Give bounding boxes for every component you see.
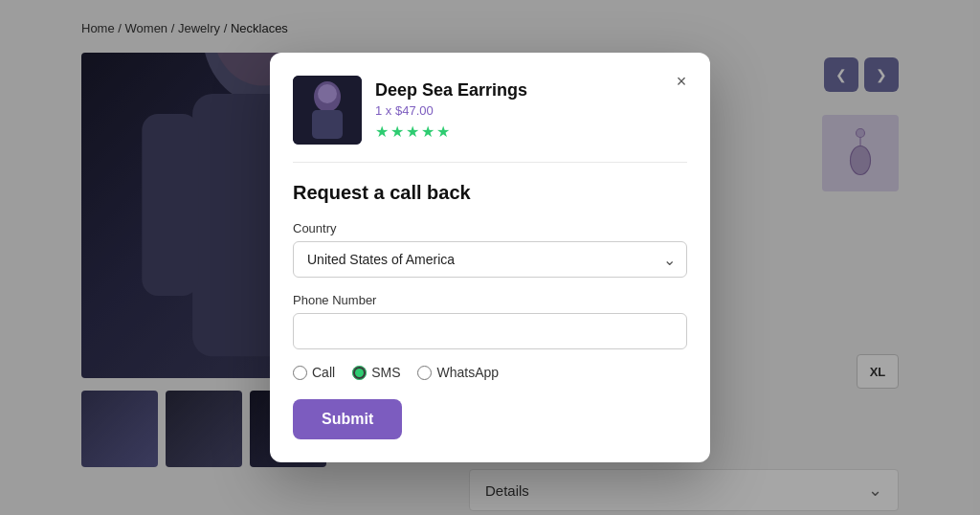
product-rating: ★ ★ ★ ★ ★ bbox=[375, 123, 527, 141]
radio-sms-input[interactable] bbox=[352, 366, 367, 380]
radio-whatsapp-input[interactable] bbox=[417, 366, 432, 380]
country-select-wrapper: United States of America United Kingdom … bbox=[293, 241, 687, 278]
radio-sms[interactable]: SMS bbox=[352, 365, 400, 380]
modal-divider bbox=[293, 162, 687, 163]
star-2: ★ bbox=[390, 123, 404, 141]
modal-product-image bbox=[293, 76, 362, 145]
close-icon: × bbox=[677, 72, 687, 92]
modal-title: Request a call back bbox=[293, 182, 687, 204]
modal-product-info: Deep Sea Earrings 1 x $47.00 ★ ★ ★ ★ ★ bbox=[293, 76, 687, 145]
modal-close-button[interactable]: × bbox=[668, 68, 695, 95]
country-label: Country bbox=[293, 221, 687, 235]
star-3: ★ bbox=[406, 123, 419, 141]
star-5: ★ bbox=[436, 123, 450, 141]
modal-overlay: × Deep Sea Earrings 1 x $47.00 ★ ★ ★ bbox=[0, 0, 980, 515]
product-name: Deep Sea Earrings bbox=[375, 80, 527, 101]
radio-whatsapp-label: WhatsApp bbox=[436, 365, 499, 380]
contact-method-group: Call SMS WhatsApp bbox=[293, 365, 687, 380]
svg-rect-12 bbox=[312, 110, 343, 139]
phone-label: Phone Number bbox=[293, 293, 687, 307]
country-select[interactable]: United States of America United Kingdom … bbox=[293, 241, 687, 278]
star-4: ★ bbox=[421, 123, 434, 141]
phone-field-group: Phone Number bbox=[293, 293, 687, 349]
modal-product-details: Deep Sea Earrings 1 x $47.00 ★ ★ ★ ★ ★ bbox=[375, 80, 527, 141]
country-field-group: Country United States of America United … bbox=[293, 221, 687, 278]
radio-call-input[interactable] bbox=[293, 366, 307, 380]
product-price: 1 x $47.00 bbox=[375, 103, 527, 118]
svg-point-11 bbox=[318, 84, 337, 103]
radio-call-label: Call bbox=[312, 365, 335, 380]
call-back-modal: × Deep Sea Earrings 1 x $47.00 ★ ★ ★ bbox=[270, 53, 710, 462]
submit-label: Submit bbox=[322, 411, 373, 427]
radio-whatsapp[interactable]: WhatsApp bbox=[417, 365, 499, 380]
radio-call[interactable]: Call bbox=[293, 365, 335, 380]
submit-button[interactable]: Submit bbox=[293, 399, 402, 439]
phone-input[interactable] bbox=[293, 313, 687, 349]
radio-sms-label: SMS bbox=[371, 365, 400, 380]
star-1: ★ bbox=[375, 123, 389, 141]
